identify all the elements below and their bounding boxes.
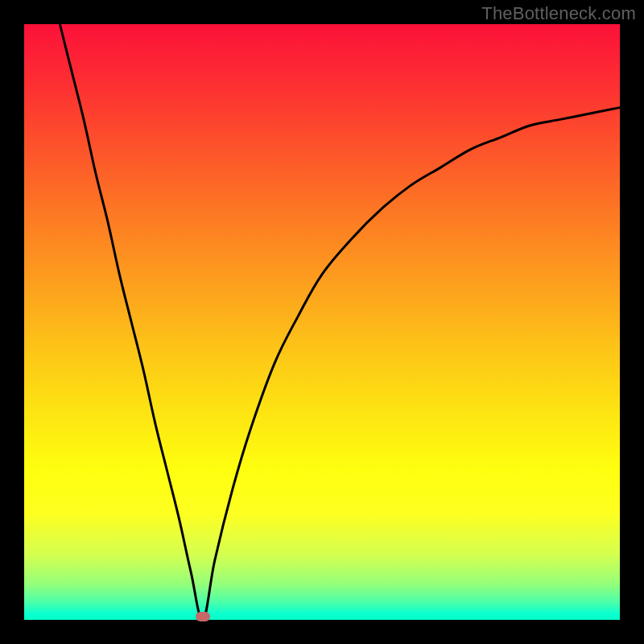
chart-frame: TheBottleneck.com — [0, 0, 644, 644]
plot-area — [24, 24, 620, 620]
bottleneck-curve — [24, 24, 620, 620]
minimum-marker — [196, 612, 210, 621]
watermark-text: TheBottleneck.com — [481, 3, 636, 24]
